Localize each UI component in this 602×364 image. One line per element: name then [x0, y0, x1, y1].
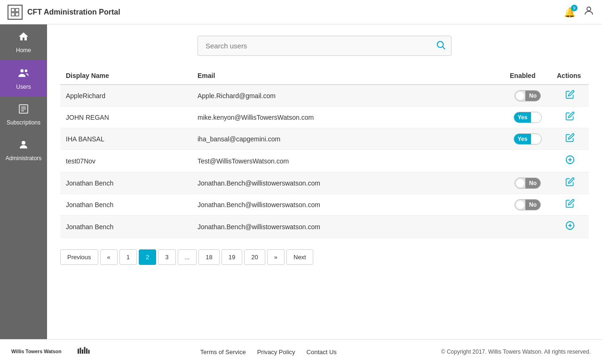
app-logo — [8, 5, 23, 20]
toggle-switch[interactable]: Yes — [514, 112, 542, 123]
toggle-switch[interactable]: No — [515, 199, 541, 210]
user-email: iha_bansal@capgemini.com — [192, 128, 504, 150]
toggle-switch[interactable]: Yes — [514, 133, 542, 145]
col-header-actions: Actions — [551, 67, 589, 85]
svg-rect-0 — [11, 8, 15, 12]
table-row: Jonathan BenchJonathan.Bench@willistower… — [60, 194, 589, 216]
table-row: test07NovTest@WillisTowersWatson.com — [60, 150, 589, 172]
sidebar-item-users-label: Users — [16, 84, 31, 90]
footer-link-terms[interactable]: Terms of Service — [200, 349, 246, 356]
user-enabled — [504, 216, 551, 238]
user-enabled: No — [504, 172, 551, 194]
user-actions — [551, 172, 589, 194]
user-enabled: No — [504, 85, 551, 107]
svg-rect-1 — [16, 8, 19, 12]
edit-user-button[interactable] — [565, 111, 575, 123]
col-header-name: Display Name — [60, 67, 192, 85]
sidebar-item-subscriptions-label: Subscriptions — [7, 119, 40, 126]
users-icon — [17, 67, 30, 82]
pagination-page-3[interactable]: 3 — [158, 249, 175, 265]
svg-point-8 — [25, 70, 27, 72]
svg-rect-26 — [84, 347, 86, 354]
notification-button[interactable]: 🔔 9 — [564, 7, 576, 18]
sidebar-item-administrators-label: Administrators — [6, 155, 42, 162]
user-name: Jonathan Bench — [60, 172, 192, 194]
header: CFT Administration Portal 🔔 9 — [0, 0, 602, 24]
user-actions — [551, 194, 589, 216]
user-actions — [551, 107, 589, 128]
svg-line-15 — [443, 46, 445, 49]
toggle-switch[interactable]: No — [515, 178, 541, 189]
user-enabled — [504, 150, 551, 172]
col-header-email: Email — [192, 67, 504, 85]
svg-rect-2 — [11, 13, 15, 16]
col-header-enabled: Enabled — [504, 67, 551, 85]
sidebar-item-home-label: Home — [16, 47, 31, 54]
footer-link-contact[interactable]: Contact Us — [307, 349, 337, 356]
pagination-page-20[interactable]: 20 — [244, 249, 265, 265]
table-row: AppleRichardApple.Richard@gmail.comNo — [60, 85, 589, 107]
header-right: 🔔 9 — [564, 5, 594, 19]
svg-point-13 — [22, 141, 25, 145]
user-profile-button[interactable] — [583, 5, 594, 19]
footer: Willis Towers Watson Terms of Service Pr… — [0, 339, 602, 364]
user-email: Test@WillisTowersWatson.com — [192, 150, 504, 172]
add-user-button[interactable] — [565, 155, 575, 167]
add-user-button[interactable] — [565, 220, 575, 233]
home-icon — [18, 31, 29, 45]
toggle-switch[interactable]: No — [515, 90, 541, 101]
footer-link-privacy[interactable]: Privacy Policy — [257, 349, 295, 356]
table-row: IHA BANSALiha_bansal@capgemini.comYes — [60, 128, 589, 150]
edit-user-button[interactable] — [565, 90, 575, 101]
user-email: Apple.Richard@gmail.com — [192, 85, 504, 107]
edit-user-button[interactable] — [565, 199, 575, 210]
header-left: CFT Administration Portal — [8, 5, 120, 20]
edit-user-button[interactable] — [565, 177, 575, 189]
user-name: Jonathan Bench — [60, 194, 192, 216]
user-name: AppleRichard — [60, 85, 192, 107]
sidebar-item-home[interactable]: Home — [0, 24, 47, 60]
svg-point-7 — [21, 69, 24, 72]
user-actions — [551, 216, 589, 238]
sidebar-item-administrators[interactable]: Administrators — [0, 132, 47, 168]
footer-copyright: © Copyright 2017. Willis Towers Watson. … — [441, 349, 591, 355]
users-table: Display Name Email Enabled Actions Apple… — [60, 67, 589, 238]
svg-rect-28 — [88, 350, 90, 354]
pagination-first[interactable]: « — [100, 249, 118, 265]
user-email: Jonathan.Bench@willistowerswatson.com — [192, 194, 504, 216]
user-name: Jonathan Bench — [60, 216, 192, 238]
pagination-next[interactable]: Next — [286, 249, 313, 265]
sidebar: Home Users — [0, 24, 47, 339]
table-row: JOHN REGANmike.kenyon@WillisTowersWatson… — [60, 107, 589, 128]
pagination-ellipsis: ... — [178, 249, 197, 265]
search-button[interactable] — [436, 39, 446, 52]
sidebar-item-subscriptions[interactable]: Subscriptions — [0, 97, 47, 132]
sidebar-item-users[interactable]: Users — [0, 60, 47, 97]
layout: Home Users — [0, 24, 602, 339]
pagination: Previous « 1 2 3 ... 18 19 20 » Next — [60, 249, 589, 265]
user-actions — [551, 85, 589, 107]
search-input[interactable] — [198, 36, 452, 56]
pagination-page-18[interactable]: 18 — [198, 249, 219, 265]
user-email: Jonathan.Bench@willistowerswatson.com — [192, 216, 504, 238]
pagination-page-2[interactable]: 2 — [139, 249, 156, 265]
pagination-last[interactable]: » — [267, 249, 285, 265]
user-email: mike.kenyon@WillisTowersWatson.com — [192, 107, 504, 128]
svg-rect-27 — [86, 349, 87, 354]
app-title: CFT Administration Portal — [27, 8, 120, 16]
pagination-page-19[interactable]: 19 — [222, 249, 242, 265]
pagination-previous[interactable]: Previous — [60, 249, 98, 265]
administrators-icon — [18, 139, 29, 153]
user-email: Jonathan.Bench@willistowerswatson.com — [192, 172, 504, 194]
subscriptions-icon — [18, 103, 29, 117]
svg-rect-23 — [78, 349, 79, 354]
svg-rect-3 — [16, 13, 19, 16]
footer-links: Terms of Service Privacy Policy Contact … — [200, 349, 337, 356]
svg-point-14 — [437, 41, 444, 47]
main-content: Display Name Email Enabled Actions Apple… — [47, 24, 602, 339]
user-actions — [551, 150, 589, 172]
edit-user-button[interactable] — [565, 133, 575, 145]
pagination-page-1[interactable]: 1 — [119, 249, 137, 265]
user-enabled: Yes — [504, 128, 551, 150]
user-enabled: No — [504, 194, 551, 216]
